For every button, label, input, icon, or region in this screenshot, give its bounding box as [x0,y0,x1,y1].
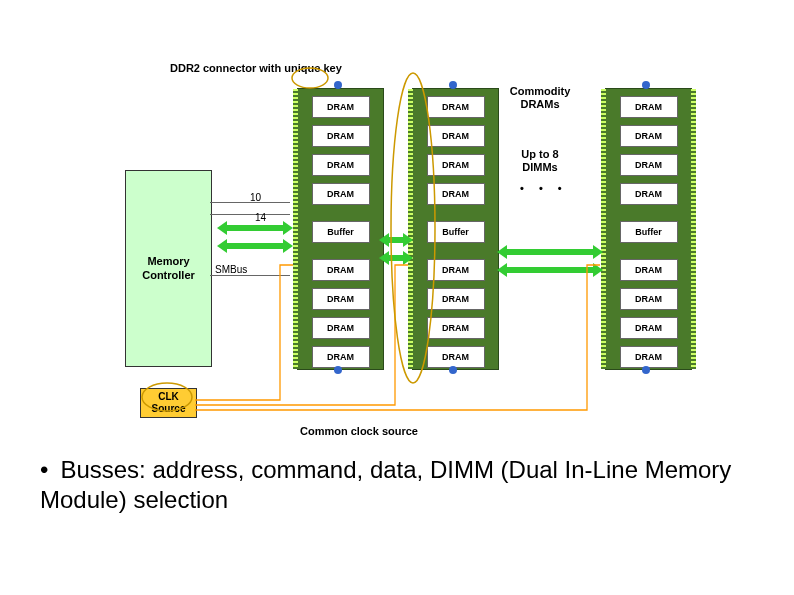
bullet-text-content: Busses: address, command, data, DIMM (Du… [40,456,731,513]
highlight-ellipses [0,0,794,445]
svg-point-2 [391,73,435,383]
memory-architecture-diagram: DDR2 connector with unique key Commodity… [0,0,794,445]
svg-point-1 [142,383,192,411]
svg-point-0 [292,68,328,88]
bullet-dot-icon: • [40,456,48,483]
bullet-description: •Busses: address, command, data, DIMM (D… [40,455,740,515]
common-clock-source-label: Common clock source [300,425,418,438]
